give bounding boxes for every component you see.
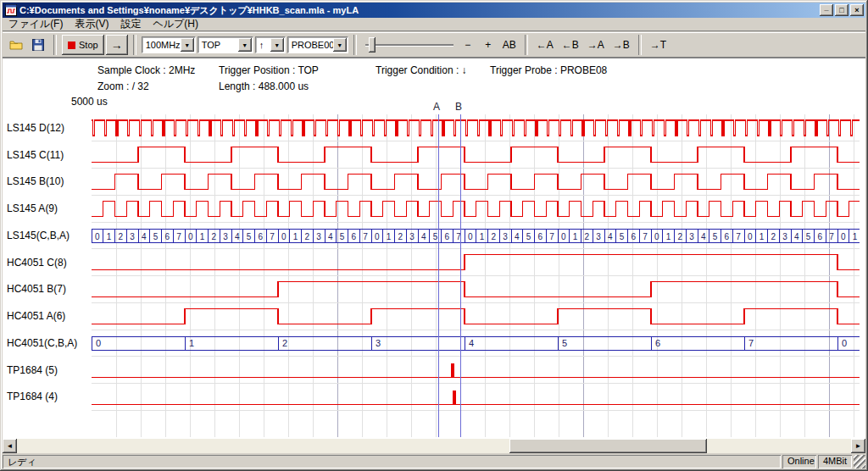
svg-text:2: 2 <box>119 232 124 241</box>
chevron-down-icon[interactable]: ▼ <box>333 38 347 52</box>
wave-row-label: HC4051 B(7) <box>3 276 91 303</box>
zoom-in-button[interactable]: + <box>479 36 498 54</box>
wave-row-label: LS145 C(11) <box>3 141 91 169</box>
app-icon <box>5 4 17 16</box>
svg-text:4: 4 <box>469 338 474 348</box>
timebase-label: 5000 us <box>71 96 108 108</box>
toolbar: Stop → 100MHz ▼ TOP ▼ ↑ ▼ PROBE00 ▼ − + … <box>3 32 865 58</box>
menubar: ファイル(F) 表示(V) 設定 ヘルプ(H) <box>3 18 865 31</box>
goto-a-left-button[interactable]: ←A <box>533 36 557 54</box>
sample-clock-select[interactable]: 100MHz ▼ <box>142 36 196 53</box>
svg-text:2: 2 <box>282 338 287 348</box>
close-button[interactable]: × <box>850 4 864 16</box>
slider-handle[interactable] <box>369 37 376 53</box>
svg-text:4: 4 <box>235 232 240 241</box>
trigger-edge-select[interactable]: ↑ ▼ <box>255 36 286 53</box>
scroll-right-icon[interactable]: ► <box>851 439 865 453</box>
svg-text:6: 6 <box>632 232 637 241</box>
scroll-thumb[interactable] <box>509 439 707 453</box>
svg-text:2: 2 <box>492 232 497 241</box>
svg-text:5: 5 <box>247 232 252 241</box>
svg-text:2: 2 <box>212 232 217 241</box>
wave-row-label: LS145 B(10) <box>3 169 91 196</box>
info-trigger-probe: Trigger Probe : PROBE08 <box>490 64 607 76</box>
svg-text:7: 7 <box>270 232 275 241</box>
stop-button[interactable]: Stop <box>62 35 104 55</box>
svg-text:0: 0 <box>188 232 193 241</box>
svg-text:2: 2 <box>585 232 590 241</box>
trigger-probe-select[interactable]: PROBE00 ▼ <box>287 36 348 53</box>
svg-text:4: 4 <box>608 232 613 241</box>
chevron-down-icon[interactable]: ▼ <box>238 38 252 52</box>
zoom-out-button[interactable]: − <box>459 36 477 54</box>
svg-text:1: 1 <box>293 232 298 241</box>
svg-text:5: 5 <box>806 232 811 241</box>
chevron-down-icon[interactable]: ▼ <box>181 38 194 52</box>
maximize-button[interactable]: □ <box>835 4 849 16</box>
svg-text:0: 0 <box>95 232 100 241</box>
horizontal-scrollbar[interactable]: ◄ ► <box>3 439 865 453</box>
trigger-position-select[interactable]: TOP ▼ <box>198 36 253 53</box>
waveform-plot[interactable]: 0123456701234567012345670123456701234567… <box>92 114 860 437</box>
svg-text:1: 1 <box>760 232 765 241</box>
chevron-down-icon[interactable]: ▼ <box>270 38 284 52</box>
statusbar: レディ Online 4MBit <box>3 455 865 468</box>
wave-row-label: HC4051 A(6) <box>3 302 91 330</box>
svg-text:0: 0 <box>841 232 846 241</box>
svg-text:2: 2 <box>771 232 776 241</box>
svg-text:4: 4 <box>515 232 520 241</box>
goto-b-left-button[interactable]: ←B <box>559 36 582 54</box>
svg-text:7: 7 <box>176 232 181 241</box>
svg-text:0: 0 <box>654 232 659 241</box>
open-button[interactable] <box>6 35 26 55</box>
goto-a-right-button[interactable]: →A <box>584 36 608 54</box>
menu-view[interactable]: 表示(V) <box>69 18 114 30</box>
slider-track <box>365 44 453 47</box>
svg-text:6: 6 <box>538 232 543 241</box>
svg-text:6: 6 <box>818 232 823 241</box>
svg-text:6: 6 <box>725 232 730 241</box>
run-button[interactable]: → <box>106 35 128 55</box>
svg-text:7: 7 <box>363 232 368 241</box>
menu-file[interactable]: ファイル(F) <box>3 18 69 30</box>
svg-text:7: 7 <box>643 232 648 241</box>
goto-b-right-button[interactable]: →B <box>609 36 633 54</box>
toolbar-separator <box>53 35 57 55</box>
marker-a-label[interactable]: A <box>433 101 440 113</box>
titlebar[interactable]: C:¥Documents and Settings¥noname¥デスクトップ¥… <box>3 3 865 18</box>
svg-text:0: 0 <box>375 232 380 241</box>
toolbar-separator <box>353 35 357 55</box>
minimize-button[interactable]: _ <box>820 4 833 16</box>
svg-text:5: 5 <box>433 232 438 241</box>
ab-button[interactable]: AB <box>499 36 520 54</box>
menu-settings[interactable]: 設定 <box>114 18 147 30</box>
info-trigger-condition: Trigger Condition : ↓ <box>376 64 467 76</box>
info-zoom: Zoom : / 32 <box>97 80 149 92</box>
svg-text:1: 1 <box>666 232 671 241</box>
menu-help[interactable]: ヘルプ(H) <box>147 18 204 30</box>
wave-row-label: TP1684 (4) <box>3 384 91 411</box>
svg-text:3: 3 <box>316 232 321 241</box>
goto-trigger-button[interactable]: →T <box>647 36 670 54</box>
zoom-slider[interactable] <box>362 35 457 55</box>
marker-b-label[interactable]: B <box>455 101 462 113</box>
svg-text:6: 6 <box>445 232 450 241</box>
svg-text:7: 7 <box>748 338 754 348</box>
info-sample-clock: Sample Clock : 2MHz <box>97 64 195 76</box>
svg-text:1: 1 <box>189 338 194 348</box>
trigger-position-value: TOP <box>198 40 238 50</box>
scroll-left-icon[interactable]: ◄ <box>3 439 17 453</box>
open-folder-icon <box>9 38 23 52</box>
svg-text:1: 1 <box>200 232 205 241</box>
svg-text:6: 6 <box>259 232 264 241</box>
floppy-icon <box>31 38 45 52</box>
save-button[interactable] <box>28 35 48 55</box>
svg-text:7: 7 <box>736 232 741 241</box>
svg-text:2: 2 <box>305 232 310 241</box>
svg-text:0: 0 <box>468 232 473 241</box>
svg-text:7: 7 <box>829 232 834 241</box>
svg-text:3: 3 <box>596 232 601 241</box>
wave-row-label: LS145 A(9) <box>3 195 91 222</box>
app-window: C:¥Documents and Settings¥noname¥デスクトップ¥… <box>0 0 868 471</box>
resize-grip[interactable] <box>854 455 865 468</box>
